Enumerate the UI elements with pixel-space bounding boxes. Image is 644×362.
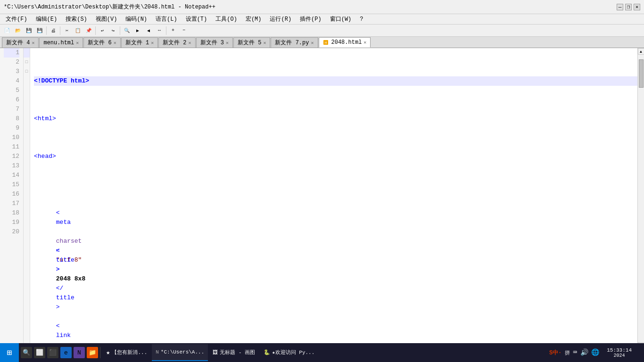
menu-encode[interactable]: 编码(N) [122,14,151,24]
fold-3[interactable]: □ [24,67,30,76]
menu-window[interactable]: 窗口(W) [326,14,355,24]
tab-newfile4[interactable]: 新文件 4 ✕ [2,37,39,48]
toolbar-saveall[interactable]: 💾 [34,25,45,36]
tray-ime[interactable]: S中· 拼 ⌨ 🔊 🌐 [547,348,601,357]
tab-close-newfile6[interactable]: ✕ [114,40,116,46]
tab-close-newfile4[interactable]: ✕ [32,40,34,46]
tab-newfile5[interactable]: 新文件 5 ✕ [233,37,270,48]
menu-search[interactable]: 搜索(S) [62,14,91,24]
toolbar-zoomout[interactable]: − [179,25,189,36]
fold-10 [24,133,30,142]
start-button[interactable]: ⊞ [0,343,19,362]
code-token: <!DOCTYPE html> [34,77,89,84]
menu-view[interactable]: 视图(V) [92,14,121,24]
line-num-13: 13 [4,161,19,171]
scrollbar-up[interactable]: ▲ [638,48,644,55]
line-num-7: 7 [4,105,19,114]
toolbar-findprev[interactable]: ◀ [143,25,154,36]
toolbar-open[interactable]: 📂 [13,25,23,36]
code-token: 2048 8x8 [56,275,85,282]
line-num-16: 16 [4,189,19,199]
tab-close-newfile1[interactable]: ✕ [151,40,154,46]
taskbar-items: ★ 【您有新消... N *C:\Users\A... 🖼 无标题 - 画图 🐍… [100,344,544,361]
tab-newfile1[interactable]: 新文件 1 ✕ [121,37,158,48]
toolbar-findnext[interactable]: ▶ [132,25,143,36]
tab-newfile2[interactable]: 新文件 2 ✕ [158,37,195,48]
toolbar-find[interactable]: 🔍 [122,25,132,36]
toolbar-cut[interactable]: ✂ [62,25,72,36]
line-num-18: 18 [4,208,19,218]
code-token: title [56,256,74,263]
code-token [56,313,71,320]
taskbar-icon-edge[interactable]: e [60,347,72,358]
code-token: < [56,247,60,254]
clock-date: 2024 [607,353,632,358]
taskbar-icon-file[interactable]: 📁 [87,347,98,358]
tray-icon-network: 🌐 [591,349,599,356]
code-line-7: < link href = "style/main.css" rel = "st… [34,303,637,312]
tab-close-newfile5[interactable]: ✕ [263,40,266,46]
taskbar-item-paint[interactable]: 🖼 无标题 - 画图 [209,344,259,361]
toolbar-undo[interactable]: ↩ [97,25,107,36]
toolbar-print[interactable]: 🖨 [48,25,58,36]
tab-newfile7py[interactable]: 新文件 7.py ✕ [271,37,318,48]
code-line-2: <html> [34,114,637,123]
fold-9 [24,123,30,133]
menu-settings[interactable]: 设置(T) [182,14,211,24]
toolbar-replace[interactable]: ↔ [154,25,165,36]
taskbar-item-icon-1: ★ [106,348,110,356]
menu-plugins[interactable]: 插件(P) [296,14,325,24]
tab-close-newfile7py[interactable]: ✕ [311,40,314,46]
toolbar-save[interactable]: 💾 [24,25,34,36]
toolbar-new[interactable]: 📄 [2,25,12,36]
taskbar-item-notepad[interactable]: N *C:\Users\A... [152,344,208,361]
tray-icon-1: ⌨ [573,349,577,356]
code-editor[interactable]: <!DOCTYPE html> <html> <head> < meta cha… [30,48,637,349]
taskbar-icon-cortana[interactable]: ⬜ [34,347,45,358]
tab-2048html[interactable]: H 2048.html ✕ [319,37,371,48]
menu-help[interactable]: ? [356,15,367,24]
tab-label: 新文件 3 [200,39,224,47]
fold-icon-3: □ [25,69,28,74]
menu-file[interactable]: 文件(F) [2,14,31,24]
close-button[interactable]: ✕ [634,4,640,10]
line-num-6: 6 [4,95,19,105]
taskbar-item-notification[interactable]: ★ 【您有新消... [102,344,151,361]
minimize-button[interactable]: — [617,4,623,10]
menu-language[interactable]: 语言(L) [152,14,181,24]
taskbar-icon-search[interactable]: 🔍 [21,347,32,358]
toolbar-paste[interactable]: 📌 [83,25,94,36]
menu-tools[interactable]: 工具(O) [212,14,241,24]
taskbar-item-python[interactable]: 🐍 ★欢迎访问 Py... [260,344,318,361]
toolbar-redo[interactable]: ↪ [108,25,118,36]
vertical-scrollbar[interactable]: ▲ ▼ [637,48,644,349]
code-token: < [56,209,60,216]
menu-run[interactable]: 运行(R) [266,14,295,24]
taskbar-clock[interactable]: 15:33:14 2024 [603,347,636,358]
code-token: > [56,266,60,273]
tab-close-newfile2[interactable]: ✕ [189,40,191,46]
line-num-15: 15 [4,180,19,189]
fold-8 [24,114,30,123]
scrollbar-track[interactable] [638,55,644,342]
line-num-8: 8 [4,114,19,123]
tab-newfile3[interactable]: 新文件 3 ✕ [196,37,233,48]
toolbar-zoomin[interactable]: + [168,25,178,36]
tab-close-newfile3[interactable]: ✕ [226,40,229,46]
menu-edit[interactable]: 编辑(E) [32,14,61,24]
tab-menuhtml[interactable]: menu.html ✕ [39,37,83,48]
toolbar-copy[interactable]: 📋 [73,25,83,36]
restore-button[interactable]: ❐ [625,4,632,10]
fold-2[interactable]: □ [24,58,30,67]
tab-label: 新文件 6 [88,39,111,47]
toolbar-sep-2 [60,26,60,35]
menu-macro[interactable]: 宏(M) [242,14,265,24]
tab-close-menuhtml[interactable]: ✕ [76,40,79,46]
code-token [56,238,71,245]
tab-newfile6[interactable]: 新文件 6 ✕ [83,37,120,48]
code-line-6 [34,265,637,274]
taskbar-icon-taskview[interactable]: ⬛ [47,347,58,358]
scrollbar-thumb[interactable] [639,59,644,88]
tab-close-2048html[interactable]: ✕ [363,40,366,45]
taskbar-icon-notepad[interactable]: N [74,347,85,358]
